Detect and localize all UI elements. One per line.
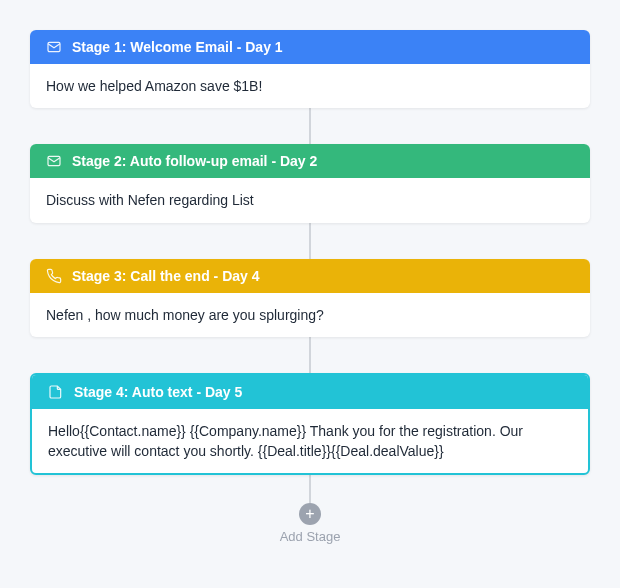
add-stage[interactable]: + Add Stage [280,503,341,544]
stage-card-2[interactable]: Stage 2: Auto follow-up email - Day 2 Di… [30,144,590,222]
phone-icon [46,268,62,284]
add-stage-button[interactable]: + [299,503,321,525]
stage-header-3: Stage 3: Call the end - Day 4 [30,259,590,293]
stage-body-text: Discuss with Nefen regarding List [30,178,590,222]
stage-card-3[interactable]: Stage 3: Call the end - Day 4 Nefen , ho… [30,259,590,337]
stage-header-2: Stage 2: Auto follow-up email - Day 2 [30,144,590,178]
connector [309,337,311,373]
connector [309,108,311,144]
stage-header-text: Stage 1: Welcome Email - Day 1 [72,39,283,55]
stage-body-text: Nefen , how much money are you splurging… [30,293,590,337]
stage-header-text: Stage 4: Auto text - Day 5 [74,384,242,400]
envelope-icon [46,39,62,55]
stage-header-1: Stage 1: Welcome Email - Day 1 [30,30,590,64]
stage-header-text: Stage 3: Call the end - Day 4 [72,268,260,284]
stage-card-4[interactable]: Stage 4: Auto text - Day 5 Hello{{Contac… [30,373,590,476]
text-icon [48,384,64,400]
connector [309,475,311,503]
add-stage-label: Add Stage [280,529,341,544]
stage-body-text: How we helped Amazon save $1B! [30,64,590,108]
plus-icon: + [305,506,314,522]
stage-card-1[interactable]: Stage 1: Welcome Email - Day 1 How we he… [30,30,590,108]
stage-header-4: Stage 4: Auto text - Day 5 [32,375,588,409]
stage-body-text: Hello{{Contact.name}} {{Company.name}} T… [32,409,588,474]
stage-header-text: Stage 2: Auto follow-up email - Day 2 [72,153,317,169]
connector [309,223,311,259]
envelope-icon [46,153,62,169]
